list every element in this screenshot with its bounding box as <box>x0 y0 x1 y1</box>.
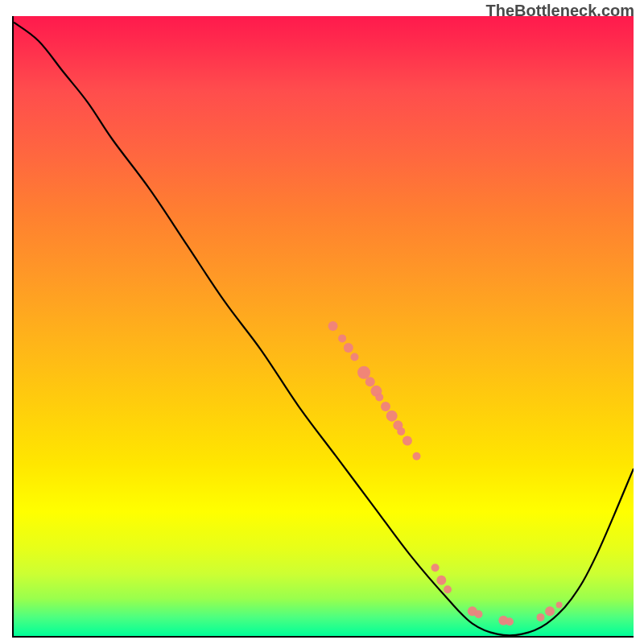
scatter-point <box>475 610 483 618</box>
scatter-point <box>328 321 338 331</box>
scatter-point <box>351 353 359 361</box>
scatter-point <box>365 377 375 386</box>
chart-container: TheBottleneck.com <box>0 0 644 644</box>
scatter-points <box>328 321 563 625</box>
scatter-point <box>436 576 446 585</box>
scatter-point <box>402 436 412 445</box>
scatter-point <box>431 564 440 572</box>
scatter-point <box>397 427 405 436</box>
scatter-point <box>545 606 555 616</box>
scatter-point <box>386 411 398 422</box>
scatter-point <box>357 366 370 379</box>
scatter-point <box>413 452 421 460</box>
scatter-point <box>444 585 452 593</box>
scatter-point <box>506 617 514 625</box>
plot-area <box>12 16 634 638</box>
scatter-point <box>556 602 563 609</box>
bottleneck-curve <box>14 23 634 636</box>
scatter-point <box>381 402 390 411</box>
scatter-point <box>537 613 545 621</box>
scatter-point <box>344 343 353 353</box>
watermark-text: TheBottleneck.com <box>486 2 634 20</box>
curve-svg <box>14 16 634 636</box>
scatter-point <box>375 394 383 402</box>
scatter-point <box>338 334 346 342</box>
